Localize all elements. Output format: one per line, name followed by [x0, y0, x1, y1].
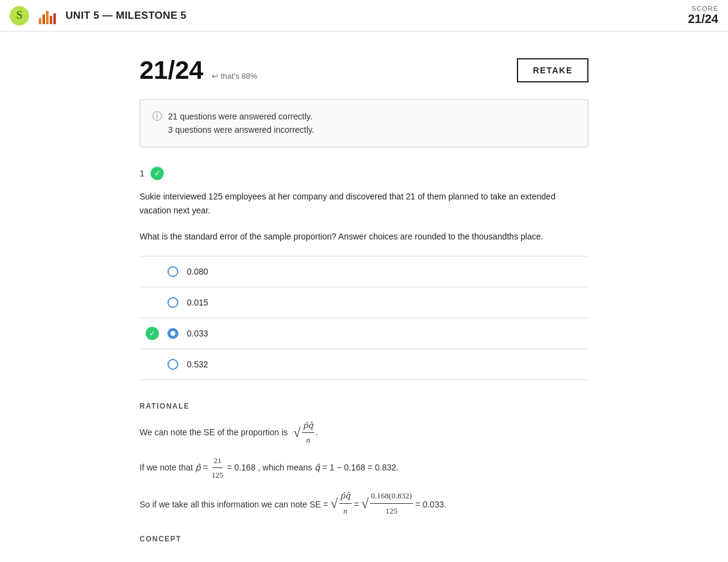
chart-icon — [36, 5, 58, 27]
info-line-1: 21 questions were answered correctly. — [168, 110, 314, 123]
concept-title: CONCEPT — [140, 535, 588, 543]
radio-1[interactable] — [167, 266, 178, 277]
info-line-2: 3 questions were answered incorrectly. — [168, 123, 314, 136]
question-header: 1 ✓ — [140, 167, 588, 180]
radio-2[interactable] — [167, 297, 178, 308]
answer-item-2[interactable]: ✓ 0.015 — [140, 287, 588, 318]
rationale-line-3: So if we take all this information we ca… — [140, 489, 588, 517]
question-number: 1 — [140, 168, 144, 178]
info-box: ⓘ 21 questions were answered correctly. … — [140, 99, 588, 147]
denom-n: n — [305, 433, 312, 447]
big-score: 21/24 — [140, 56, 203, 85]
answer-label-1: 0.080 — [187, 267, 208, 276]
correct-indicator-3: ✓ — [146, 327, 159, 340]
header-score-box: SCORE 21/24 — [688, 5, 718, 26]
question-text-2: What is the standard error of the sample… — [140, 230, 588, 244]
header-left: S UNIT 5 — MILESTONE 5 — [10, 5, 186, 27]
main-content: 21/24 ↩ that's 88% RETAKE ⓘ 21 questions… — [127, 32, 601, 562]
se-formula-2: √p̂q̂n — [331, 489, 352, 517]
rationale-title: RATIONALE — [140, 402, 588, 410]
answer-item-3[interactable]: ✓ 0.033 — [140, 318, 588, 349]
unit-title: UNIT 5 — MILESTONE 5 — [66, 10, 186, 22]
se-formula-3: √0.168(0.832)125 — [361, 489, 413, 517]
score-subtitle: ↩ that's 88% — [212, 72, 257, 81]
app-header: S UNIT 5 — MILESTONE 5 SCORE 21/24 — [0, 0, 728, 32]
info-icon: ⓘ — [152, 110, 162, 137]
rationale-section: RATIONALE We can note the SE of the prop… — [140, 402, 588, 518]
sophias-logo: S — [10, 6, 29, 25]
rationale-line-2: If we note that p̂ = 21 125 = 0.168 , wh… — [140, 454, 588, 482]
score-row: 21/24 ↩ that's 88% RETAKE — [140, 56, 588, 85]
radio-3[interactable] — [167, 328, 178, 339]
answer-label-3: 0.033 — [187, 329, 208, 338]
fraction-21-125: 21 125 — [211, 454, 225, 482]
answer-label-4: 0.532 — [187, 360, 208, 369]
header-score-value: 21/24 — [688, 12, 718, 26]
question-text-1: Sukie interviewed 125 employees at her c… — [140, 190, 588, 218]
fraction-pq-n: p̂q̂n — [302, 419, 315, 447]
numer-pq: p̂q̂ — [302, 419, 315, 433]
answer-item-1[interactable]: ✓ 0.080 — [140, 256, 588, 287]
answer-label-2: 0.015 — [187, 298, 208, 307]
score-label: SCORE — [688, 5, 718, 12]
answer-list: ✓ 0.080 ✓ 0.015 ✓ 0.033 ✓ 0.532 — [140, 256, 588, 380]
answer-item-4[interactable]: ✓ 0.532 — [140, 349, 588, 380]
se-formula: √p̂q̂n. — [290, 419, 318, 447]
sqrt-symbol-1: √ — [294, 426, 301, 440]
question-correct-badge: ✓ — [150, 167, 164, 180]
info-text: 21 questions were answered correctly. 3 … — [168, 110, 314, 137]
radio-4[interactable] — [167, 359, 178, 370]
retake-button[interactable]: RETAKE — [517, 58, 588, 82]
score-display: 21/24 ↩ that's 88% — [140, 56, 257, 85]
rationale-line-1: We can note the SE of the proportion is … — [140, 419, 588, 447]
